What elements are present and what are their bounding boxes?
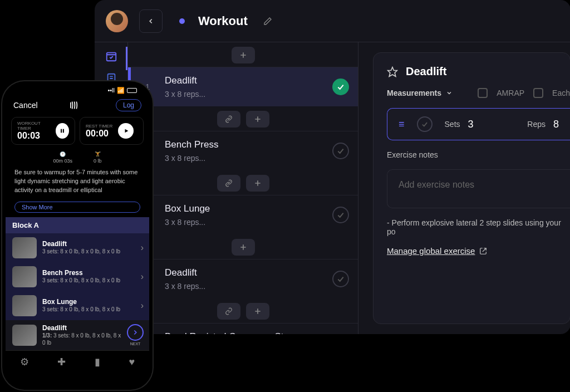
star-icon[interactable] <box>387 66 398 77</box>
plus-icon[interactable]: ✚ <box>57 356 66 368</box>
exercise-list: A1Deadlift3 x 8 reps...A2Bench Press3 x … <box>128 42 358 334</box>
phone-exercise-item[interactable]: Deadlift3 sets: 8 x 0 lb, 8 x 0 lb, 8 x … <box>6 233 149 262</box>
exercise-detail: 3 x 8 reps... <box>165 218 322 227</box>
each-checkbox[interactable] <box>533 88 543 98</box>
phone-tabbar: ⚙ ✚ ▮ ♥ <box>6 350 149 374</box>
drag-handle-icon[interactable]: ≡ <box>399 119 405 130</box>
exercise-thumbnail <box>12 237 37 258</box>
clock-icon: 🕐 <box>60 151 66 157</box>
exercise-item[interactable]: A1Deadlift3 x 8 reps... <box>128 67 358 106</box>
chevron-down-icon <box>446 90 453 96</box>
exercise-name: Deadlift <box>165 75 322 86</box>
plus-pill[interactable] <box>232 47 255 63</box>
exercise-detail: 3 x 8 reps... <box>165 282 322 291</box>
complete-check[interactable] <box>332 143 349 159</box>
amrap-checkbox[interactable] <box>478 88 488 98</box>
plus-pill[interactable] <box>246 303 269 320</box>
set-row[interactable]: ≡ Sets 3 Reps 8 <box>387 108 570 140</box>
cancel-button[interactable]: Cancel <box>13 101 38 110</box>
pause-button[interactable] <box>56 123 69 139</box>
link-pill[interactable] <box>217 175 240 192</box>
amrap-label: AMRAP <box>497 89 524 97</box>
exercise-thumbnail <box>12 325 37 346</box>
block-header: Block A <box>6 217 149 233</box>
reps-value: 8 <box>553 119 559 130</box>
desktop-window: Workout A1Deadlift3 x 8 reps...A2Bench P… <box>95 0 570 334</box>
phone-exercise-item[interactable]: Box Lunge3 sets: 8 x 0 lb, 8 x 0 lb, 8 x… <box>6 291 149 320</box>
exercise-thumbnail <box>12 266 37 287</box>
page-title: Workout <box>198 14 248 28</box>
external-link-icon <box>479 247 487 255</box>
note-icon[interactable]: ▮ <box>95 356 100 368</box>
heart-icon[interactable]: ♥ <box>129 356 135 368</box>
svg-rect-0 <box>106 53 116 61</box>
exercise-item[interactable]: A2Bench Press3 x 8 reps... <box>128 131 358 170</box>
exercise-detail: 3 x 8 reps... <box>165 90 322 99</box>
chevron-right-icon: › <box>141 272 144 282</box>
exercise-detail: Deadlift Measurements AMRAP Each ≡ Sets <box>358 42 570 334</box>
each-label: Each <box>552 89 570 97</box>
status-dot <box>179 18 185 24</box>
manage-global-link[interactable]: Manage global exercise <box>387 246 570 256</box>
exercise-item[interactable]: BDeadlift3 x 8 reps... <box>128 259 358 298</box>
chain-pill[interactable] <box>217 303 240 320</box>
exercise-item[interactable]: A3Box Lunge3 x 8 reps... <box>128 195 358 234</box>
notes-label: Exercise notes <box>387 150 570 159</box>
show-more-button[interactable]: Show More <box>14 202 140 213</box>
exercise-name: Band Resisted Crossover Step <box>165 331 322 334</box>
avatar[interactable] <box>106 10 128 32</box>
exercise-name: Box Lunge <box>165 203 322 214</box>
barbell-icon: 🏋 <box>95 151 101 157</box>
plus-pill[interactable] <box>246 175 269 192</box>
logo-icon <box>70 100 84 111</box>
exercise-name: Bench Press <box>165 139 322 150</box>
complete-check[interactable] <box>332 207 349 223</box>
rest-timer: REST TIMER 00:00 <box>80 117 144 145</box>
back-button[interactable] <box>139 9 163 33</box>
sets-value: 3 <box>468 119 474 130</box>
exercise-detail: 3 x 8 reps... <box>165 154 322 163</box>
calendar-icon[interactable] <box>105 50 117 62</box>
edit-icon[interactable] <box>263 17 272 26</box>
chevron-right-icon: › <box>141 243 144 253</box>
measurements-dropdown[interactable]: Measurements <box>387 89 453 97</box>
notes-input[interactable]: Add exercise notes <box>387 169 570 208</box>
exercise-tip: - Perform explosive lateral 2 step slide… <box>387 218 570 236</box>
next-button[interactable] <box>127 324 144 341</box>
plus-pill[interactable] <box>232 239 255 256</box>
workout-timer: WORKOUT TIMER 00:03 <box>11 117 75 145</box>
link-pill[interactable] <box>217 111 240 128</box>
phone-device: ••ll📶 Cancel Log WORKOUT TIMER 00:03 RES… <box>2 81 153 390</box>
svg-rect-5 <box>61 129 62 133</box>
exercise-thumbnail <box>12 295 37 316</box>
play-button[interactable] <box>118 123 134 139</box>
exercise-name: Deadlift <box>165 267 322 278</box>
plus-pill[interactable] <box>246 111 269 128</box>
detail-title: Deadlift <box>406 65 446 78</box>
exercise-item[interactable]: CBand Resisted Crossover Step3 x 5 reps,… <box>128 323 358 334</box>
reps-label: Reps <box>527 120 546 129</box>
chevron-right-icon: › <box>141 301 144 311</box>
phone-exercise-item[interactable]: Bench Press3 sets: 8 x 0 lb, 8 x 0 lb, 8… <box>6 262 149 291</box>
status-bar: ••ll📶 <box>6 85 149 96</box>
svg-marker-7 <box>125 129 129 133</box>
svg-marker-4 <box>388 67 397 76</box>
warmup-text: Be sure to warmup for 5-7 minutes with s… <box>6 166 149 197</box>
complete-check[interactable] <box>332 271 349 287</box>
desktop-header: Workout <box>95 0 570 42</box>
gear-icon[interactable]: ⚙ <box>20 356 29 368</box>
log-button[interactable]: Log <box>116 99 141 111</box>
current-exercise: Deadlift 1/3: 3 sets: 8 x 0 lb, 8 x 0 lb… <box>6 320 149 350</box>
sets-label: Sets <box>445 120 460 129</box>
complete-check[interactable] <box>332 79 349 95</box>
svg-rect-6 <box>63 129 64 133</box>
set-check[interactable] <box>417 116 433 132</box>
